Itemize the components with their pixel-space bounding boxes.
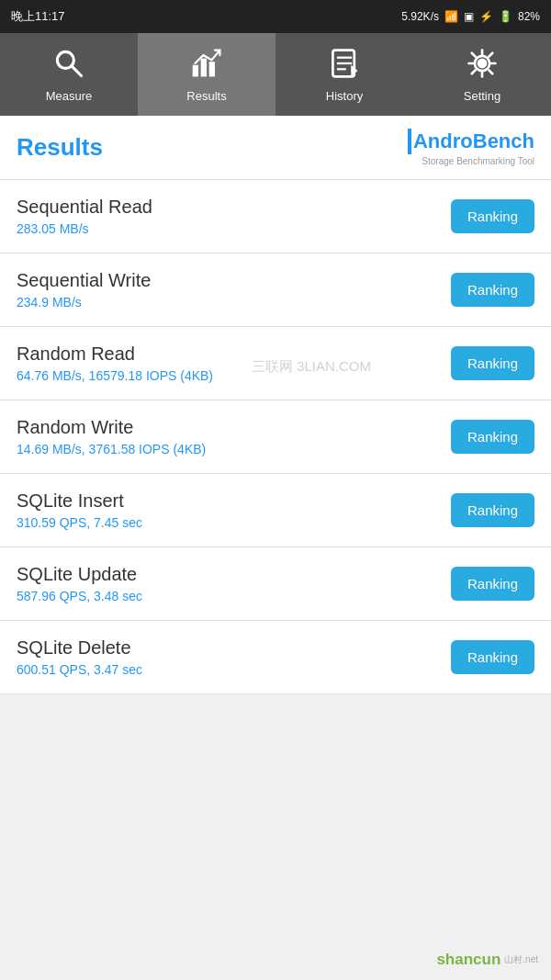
- bench-value-random-read: 64.76 MB/s, 16579.18 IOPS (4KB): [17, 368, 213, 383]
- lightning-icon: ⚡: [479, 10, 493, 23]
- bench-name-sqlite-update: SQLite Update: [17, 564, 142, 585]
- tab-results-label: Results: [186, 89, 226, 103]
- svg-point-10: [478, 58, 488, 68]
- tab-results[interactable]: Results: [138, 33, 276, 116]
- bench-info-sqlite-delete: SQLite Delete 600.51 QPS, 3.47 sec: [17, 637, 142, 677]
- benchmark-item-random-write: Random Write 14.69 MB/s, 3761.58 IOPS (4…: [0, 400, 551, 474]
- ranking-button-sqlite-delete[interactable]: Ranking: [451, 640, 534, 674]
- ranking-button-sequential-write[interactable]: Ranking: [451, 273, 534, 307]
- results-header: Results AndroBench Storage Benchmarking …: [0, 116, 551, 180]
- bench-name-random-read: Random Read: [17, 344, 213, 365]
- tab-setting[interactable]: Setting: [413, 33, 551, 116]
- brand-highlight: Andro: [413, 130, 473, 152]
- bench-name-sequential-read: Sequential Read: [17, 197, 152, 218]
- signal-icon: ▣: [464, 10, 474, 23]
- benchmark-item-sqlite-update: SQLite Update 587.96 QPS, 3.48 sec Ranki…: [0, 547, 551, 621]
- svg-rect-2: [193, 64, 198, 76]
- bench-info-sqlite-update: SQLite Update 587.96 QPS, 3.48 sec: [17, 564, 142, 603]
- tab-history-label: History: [326, 89, 363, 103]
- tab-bar: Measure Results History: [0, 33, 551, 116]
- ranking-button-sequential-read[interactable]: Ranking: [451, 199, 534, 233]
- ranking-button-random-write[interactable]: Ranking: [451, 420, 534, 454]
- bench-value-sqlite-update: 587.96 QPS, 3.48 sec: [17, 589, 142, 603]
- benchmark-item-random-read: Random Read 64.76 MB/s, 16579.18 IOPS (4…: [0, 327, 551, 400]
- bench-value-sequential-write: 234.9 MB/s: [17, 295, 151, 310]
- bench-value-sqlite-insert: 310.59 QPS, 7.45 sec: [17, 515, 142, 530]
- bench-name-random-write: Random Write: [17, 417, 206, 438]
- bench-info-sqlite-insert: SQLite Insert 310.59 QPS, 7.45 sec: [17, 490, 142, 530]
- bench-info-random-write: Random Write 14.69 MB/s, 3761.58 IOPS (4…: [17, 417, 206, 456]
- ranking-button-sqlite-insert[interactable]: Ranking: [451, 493, 534, 527]
- svg-rect-3: [201, 58, 207, 76]
- search-icon: [52, 47, 85, 84]
- status-time: 晚上11:17: [11, 8, 65, 25]
- brand-accent: [408, 129, 411, 154]
- brand-name: AndroBench: [413, 131, 534, 152]
- wifi-icon: 📶: [444, 10, 458, 23]
- benchmark-item-sqlite-delete: SQLite Delete 600.51 QPS, 3.47 sec Ranki…: [0, 621, 551, 694]
- tab-measure-label: Measure: [46, 89, 93, 103]
- status-battery: 82%: [518, 10, 540, 23]
- tab-measure[interactable]: Measure: [0, 33, 138, 116]
- brand-rest: Bench: [473, 130, 534, 152]
- svg-rect-4: [209, 62, 215, 76]
- brand-sub: Storage Benchmarking Tool: [422, 156, 534, 166]
- benchmark-list: Sequential Read 283.05 MB/s Ranking Sequ…: [0, 180, 551, 694]
- bench-info-sequential-write: Sequential Write 234.9 MB/s: [17, 270, 151, 310]
- svg-line-1: [72, 65, 82, 75]
- bench-info-sequential-read: Sequential Read 283.05 MB/s: [17, 197, 152, 236]
- ranking-button-sqlite-update[interactable]: Ranking: [451, 567, 534, 601]
- bottom-watermark-sub: 山村.net: [504, 953, 538, 966]
- status-network: 5.92K/s: [401, 10, 439, 23]
- bench-value-sequential-read: 283.05 MB/s: [17, 221, 152, 236]
- tab-history[interactable]: History: [276, 33, 413, 116]
- results-title: Results: [17, 133, 103, 162]
- benchmark-item-sqlite-insert: SQLite Insert 310.59 QPS, 7.45 sec Ranki…: [0, 474, 551, 547]
- bench-info-random-read: Random Read 64.76 MB/s, 16579.18 IOPS (4…: [17, 344, 213, 383]
- bench-value-random-write: 14.69 MB/s, 3761.58 IOPS (4KB): [17, 442, 206, 456]
- bench-name-sqlite-delete: SQLite Delete: [17, 637, 142, 659]
- status-right: 5.92K/s 📶 ▣ ⚡ 🔋 82%: [401, 10, 540, 23]
- bottom-watermark-text: shancun: [436, 951, 500, 969]
- status-bar: 晚上11:17 5.92K/s 📶 ▣ ⚡ 🔋 82%: [0, 0, 551, 33]
- chart-icon: [190, 47, 223, 84]
- tab-setting-label: Setting: [464, 89, 500, 103]
- bench-name-sqlite-insert: SQLite Insert: [17, 490, 142, 512]
- bench-name-sequential-write: Sequential Write: [17, 270, 151, 291]
- benchmark-item-sequential-read: Sequential Read 283.05 MB/s Ranking: [0, 180, 551, 253]
- benchmark-item-sequential-write: Sequential Write 234.9 MB/s Ranking: [0, 253, 551, 327]
- history-icon: [328, 47, 361, 84]
- gear-icon: [466, 47, 499, 84]
- bench-value-sqlite-delete: 600.51 QPS, 3.47 sec: [17, 662, 142, 677]
- battery-icon: 🔋: [499, 10, 512, 23]
- bottom-watermark: shancun 山村.net: [436, 951, 538, 969]
- brand-logo: AndroBench Storage Benchmarking Tool: [408, 129, 534, 166]
- ranking-button-random-read[interactable]: Ranking: [451, 346, 534, 380]
